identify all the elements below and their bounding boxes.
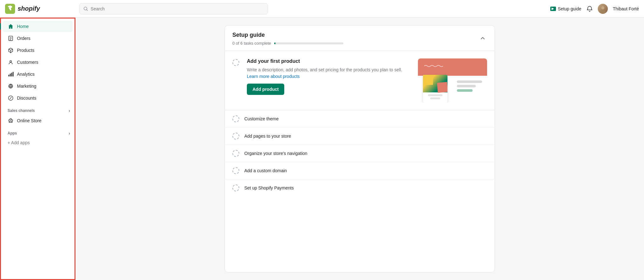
illus-card-top — [423, 75, 447, 92]
setup-card-title: Setup guide — [232, 32, 343, 38]
discounts-icon — [8, 95, 14, 101]
sales-channels-label: Sales channels — [8, 108, 35, 113]
marketing-icon — [8, 83, 14, 89]
illus-card-line2 — [430, 97, 440, 99]
setup-card: Setup guide 0 of 6 tasks complete — [225, 25, 495, 272]
user-name[interactable]: Thibaut Forté — [613, 6, 639, 11]
task-item-add-pages[interactable]: Add pages to your store — [225, 128, 495, 145]
apps-label: Apps — [8, 131, 17, 135]
sidebar-item-label-home: Home — [17, 24, 29, 29]
featured-task-content: Add your first product Write a descripti… — [247, 58, 410, 95]
apps-section-title: Apps › — [0, 127, 75, 137]
setup-card-header: Setup guide 0 of 6 tasks complete — [225, 25, 495, 51]
search-icon — [83, 6, 88, 11]
setup-card-header-left: Setup guide 0 of 6 tasks complete — [232, 32, 343, 46]
sidebar-item-customers[interactable]: Customers — [3, 57, 73, 68]
product-illustration — [418, 58, 487, 102]
sidebar-item-label-online-store: Online Store — [17, 118, 42, 123]
task-item-payments[interactable]: Set up Shopify Payments — [225, 179, 495, 196]
svg-rect-8 — [8, 75, 9, 76]
store-icon — [8, 118, 14, 124]
illus-line-2 — [457, 85, 476, 87]
customers-icon — [8, 59, 14, 65]
sales-channels-arrow[interactable]: › — [69, 108, 70, 113]
sidebar-item-home[interactable]: Home — [3, 21, 73, 32]
search-input[interactable] — [91, 6, 264, 11]
svg-point-4 — [601, 6, 604, 9]
task-item-customize-theme[interactable]: Customize theme — [225, 110, 495, 128]
sales-channels-section-title: Sales channels › — [0, 104, 75, 114]
products-icon — [8, 47, 14, 53]
svg-point-5 — [600, 10, 606, 13]
svg-rect-11 — [13, 72, 14, 76]
task-dot-2 — [232, 150, 239, 157]
logo-area: shopify — [5, 4, 74, 14]
chevron-up-icon — [480, 35, 486, 41]
setup-guide-button[interactable]: Setup guide — [550, 6, 581, 11]
add-apps-label: + Add apps — [8, 140, 30, 145]
sidebar-item-label-products: Products — [17, 48, 34, 53]
sidebar-item-marketing[interactable]: Marketing — [3, 80, 73, 92]
orders-icon — [8, 35, 14, 41]
illus-wave-svg — [424, 64, 443, 68]
illus-card — [423, 75, 447, 102]
bell-icon[interactable] — [586, 6, 593, 12]
featured-task-checkbox[interactable] — [232, 59, 239, 66]
setup-guide-label: Setup guide — [558, 6, 581, 11]
illus-green-line — [457, 89, 473, 92]
task-dot-3 — [232, 167, 239, 174]
svg-rect-10 — [11, 73, 12, 77]
app-header: shopify Setup guide — [0, 0, 644, 18]
task-dot-1 — [232, 133, 239, 140]
sidebar: Home Orders Products Customers — [0, 18, 75, 280]
sidebar-item-label-marketing: Marketing — [17, 84, 36, 89]
sidebar-item-label-customers: Customers — [17, 60, 38, 65]
sidebar-item-online-store[interactable]: Online Store — [3, 115, 73, 126]
sidebar-item-discounts[interactable]: Discounts — [3, 92, 73, 104]
flag-icon — [550, 7, 556, 11]
collapse-button[interactable] — [478, 34, 487, 44]
search-wrapper[interactable] — [79, 3, 268, 14]
task-title-4: Set up Shopify Payments — [244, 185, 294, 190]
task-dot-4 — [232, 184, 239, 191]
illus-yellow-block — [425, 77, 433, 85]
illus-card-line1 — [428, 94, 443, 96]
other-tasks-list: Customize theme Add pages to your store … — [225, 110, 495, 196]
task-dot-0 — [232, 115, 239, 122]
apps-arrow[interactable]: › — [69, 131, 70, 136]
header-actions: Setup guide Thibaut Forté — [550, 4, 639, 14]
main-content: Setup guide 0 of 6 tasks complete — [75, 18, 644, 280]
svg-rect-14 — [10, 121, 11, 123]
task-title-3: Add a custom domain — [244, 168, 287, 173]
shopify-logo-icon — [5, 4, 15, 14]
task-title-2: Organize your store's navigation — [244, 151, 307, 156]
sidebar-item-label-orders: Orders — [17, 36, 31, 41]
task-title-0: Customize theme — [244, 116, 279, 121]
svg-rect-9 — [10, 74, 11, 76]
learn-more-link[interactable]: Learn more about products — [247, 74, 300, 79]
featured-task-title: Add your first product — [247, 58, 410, 64]
progress-text: 0 of 6 tasks complete — [232, 41, 271, 46]
sidebar-item-orders[interactable]: Orders — [3, 33, 73, 44]
avatar[interactable] — [598, 4, 608, 14]
featured-task: Add your first product Write a descripti… — [225, 51, 495, 110]
sidebar-item-label-discounts: Discounts — [17, 96, 36, 101]
task-item-domain[interactable]: Add a custom domain — [225, 162, 495, 179]
analytics-icon — [8, 71, 14, 77]
add-product-button[interactable]: Add product — [247, 84, 284, 95]
illus-red-block — [437, 82, 447, 93]
sidebar-item-analytics[interactable]: Analytics — [3, 69, 73, 80]
task-title-1: Add pages to your store — [244, 134, 291, 139]
illustration-inner — [418, 58, 487, 102]
sidebar-item-label-analytics: Analytics — [17, 72, 35, 77]
home-icon — [8, 23, 14, 30]
illus-right-lines — [457, 80, 482, 92]
illus-line-1 — [457, 80, 482, 83]
add-apps-button[interactable]: + Add apps — [3, 138, 73, 148]
illus-waves — [424, 64, 443, 68]
sidebar-item-products[interactable]: Products — [3, 45, 73, 56]
task-item-navigation[interactable]: Organize your store's navigation — [225, 145, 495, 162]
svg-point-7 — [10, 61, 11, 62]
progress-row: 0 of 6 tasks complete — [232, 41, 343, 46]
progress-bar-fill — [274, 42, 275, 44]
